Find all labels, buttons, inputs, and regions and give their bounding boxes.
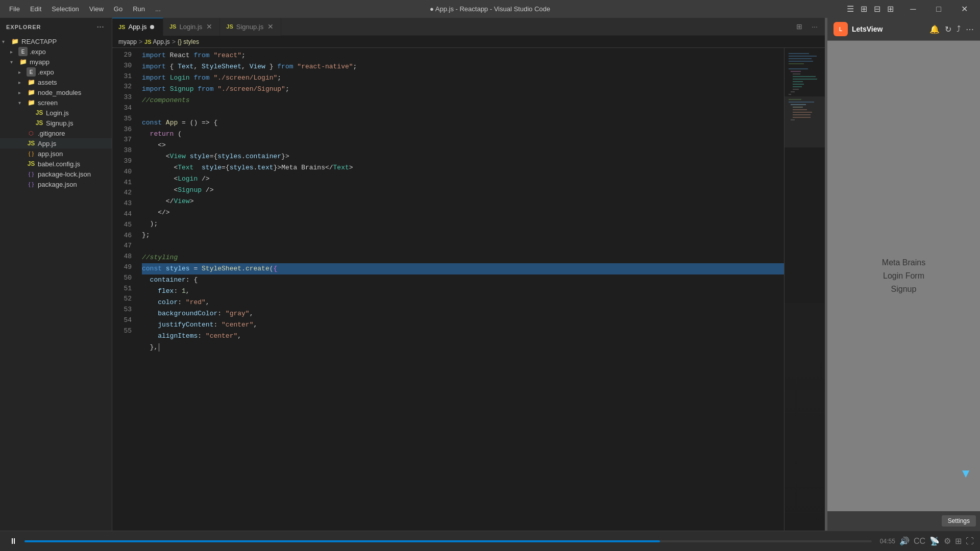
tab-js-icon: JS (118, 24, 125, 30)
svg-rect-6 (789, 68, 808, 69)
tree-item-expo-myapp[interactable]: ▸ E .expo (0, 67, 112, 77)
sidebar-more-icon[interactable]: ··· (95, 22, 106, 32)
js-file-icon: JS (35, 118, 44, 128)
more-icon[interactable]: ⋯ (966, 24, 974, 34)
phone-preview: Meta Brains Login Form Signup (882, 258, 925, 294)
tree-label: REACTAPP (21, 38, 57, 45)
arrow-down-icon: ▾ (18, 100, 27, 106)
media-time: 04:55 (880, 538, 895, 545)
breadcrumb-sep: > (139, 38, 142, 45)
arrow-right-icon: ▸ (18, 80, 27, 85)
tree-item-reactapp[interactable]: ▾ 📁 REACTAPP (0, 36, 112, 46)
settings-button[interactable]: Settings (942, 515, 976, 527)
letsview-header: L LetsView 🔔 ↻ ⤴ ⋯ (827, 18, 980, 41)
svg-rect-10 (793, 79, 817, 80)
menu-view[interactable]: View (84, 3, 109, 15)
arrow-right-icon: ▸ (18, 90, 27, 95)
code-line-29: import React from "react"; (142, 50, 784, 61)
code-line-42: </View> (142, 196, 784, 207)
layout-custom-icon[interactable]: ⊞ (885, 4, 895, 14)
minimize-button[interactable]: ─ (901, 0, 925, 18)
more-tabs-icon[interactable]: ··· (808, 20, 821, 33)
tree-item-app-js[interactable]: JS App.js (0, 138, 112, 148)
folder-open-icon: 📁 (10, 37, 19, 46)
split-editor-icon[interactable]: ⊞ (793, 20, 805, 33)
code-line-39: <Text style={styles.text}>Meta Brains</T… (142, 162, 784, 173)
grid-media-icon[interactable]: ⊞ (955, 536, 962, 546)
letsview-title: LetsView (852, 25, 883, 33)
layout-split-icon[interactable]: ⊞ (859, 4, 869, 14)
code-line-35: const App = () => { (142, 117, 784, 129)
bell-icon[interactable]: 🔔 (929, 24, 940, 34)
tree-label: package.json (38, 181, 77, 188)
window-controls: ☰ ⊞ ⊟ ⊞ ─ □ ✕ (845, 0, 976, 18)
svg-rect-12 (793, 84, 804, 85)
tree-item-screen[interactable]: ▾ 📁 screen (0, 97, 112, 108)
svg-rect-26 (785, 96, 825, 147)
menu-more[interactable]: ... (150, 3, 166, 15)
scroll-down-arrow-icon[interactable]: ▼ (960, 466, 972, 481)
breadcrumb-appjs[interactable]: JS App.js (144, 38, 170, 45)
menu-file[interactable]: File (4, 3, 25, 15)
window-title: ● App.js - Reactapp - Visual Studio Code (430, 5, 550, 13)
code-line-45: }; (142, 230, 784, 241)
settings-media-icon[interactable]: ⚙ (944, 536, 951, 546)
tree-item-package-json[interactable]: { } package.json (0, 179, 112, 189)
menu-edit[interactable]: Edit (25, 3, 46, 15)
tree-item-myapp[interactable]: ▾ 📁 myapp (0, 57, 112, 67)
breadcrumb-myapp[interactable]: myapp (118, 38, 137, 45)
tree-item-node-modules[interactable]: ▸ 📁 node_modules (0, 87, 112, 97)
tree-item-expo-root[interactable]: ▸ E .expo (0, 46, 112, 57)
svg-rect-14 (793, 89, 799, 90)
pkg-lock-icon: { } (27, 169, 36, 179)
tab-close-icon[interactable]: ✕ (205, 22, 213, 31)
tab-signup-js[interactable]: JS Signup.js ✕ (220, 18, 281, 36)
media-progress-bar[interactable] (24, 540, 872, 542)
preview-text-loginform: Login Form (883, 271, 924, 281)
tree-item-assets[interactable]: ▸ 📁 assets (0, 77, 112, 87)
tree-label: myapp (30, 58, 50, 66)
menu-go[interactable]: Go (109, 3, 128, 15)
layout-grid-icon[interactable]: ⊟ (872, 4, 882, 14)
caption-icon[interactable]: CC (914, 537, 925, 546)
code-line-50: flex: 1, (142, 286, 784, 297)
menu-selection[interactable]: Selection (46, 3, 84, 15)
sidebar-toggle-icon[interactable]: ☰ (845, 4, 855, 14)
code-editor[interactable]: 29 30 31 32 33 34 35 36 37 38 39 40 41 4… (112, 48, 825, 531)
code-content[interactable]: import React from "react"; import { Text… (138, 48, 784, 531)
title-bar: File Edit Selection View Go Run ... ● Ap… (0, 0, 980, 18)
tree-item-babel[interactable]: JS babel.config.js (0, 159, 112, 169)
tree-item-app-json[interactable]: { } app.json (0, 148, 112, 159)
code-line-31: import Login from "./screen/Login"; (142, 72, 784, 84)
volume-icon[interactable]: 🔊 (899, 536, 910, 546)
code-line-32: import Signup from "./screen/Signup"; (142, 84, 784, 95)
arrow-right-icon: ▸ (10, 49, 18, 55)
svg-rect-5 (789, 63, 804, 64)
svg-rect-0 (785, 48, 825, 303)
tab-label: Signup.js (236, 23, 263, 31)
breadcrumb: myapp > JS App.js > {} styles (112, 36, 825, 48)
tree-item-login-js[interactable]: JS Login.js (0, 108, 112, 118)
close-button[interactable]: ✕ (952, 0, 976, 18)
sidebar-header: EXPLORER ··· (0, 18, 112, 36)
svg-rect-16 (789, 94, 791, 95)
broadcast-icon[interactable]: 📡 (929, 536, 940, 546)
tree-label: babel.config.js (38, 160, 80, 168)
tree-label: package-lock.json (38, 170, 91, 178)
tree-item-package-lock[interactable]: { } package-lock.json (0, 169, 112, 179)
maximize-button[interactable]: □ (927, 0, 950, 18)
tab-app-js[interactable]: JS App.js (112, 18, 163, 36)
tree-item-signup-js[interactable]: JS Signup.js (0, 118, 112, 128)
share-icon[interactable]: ⤴ (957, 24, 961, 34)
refresh-icon[interactable]: ↻ (945, 24, 951, 34)
pause-button[interactable]: ⏸ (6, 534, 20, 548)
tab-js-icon: JS (169, 23, 176, 30)
menu-run[interactable]: Run (128, 3, 150, 15)
tab-login-js[interactable]: JS Login.js ✕ (163, 18, 220, 36)
code-line-38: <View style={styles.container}> (142, 151, 784, 162)
fullscreen-icon[interactable]: ⛶ (966, 537, 974, 546)
tab-close-icon[interactable]: ✕ (266, 22, 275, 31)
tree-item-gitignore[interactable]: ⬡ .gitignore (0, 128, 112, 138)
breadcrumb-styles[interactable]: {} styles (178, 38, 199, 45)
minimap-content (785, 48, 825, 531)
